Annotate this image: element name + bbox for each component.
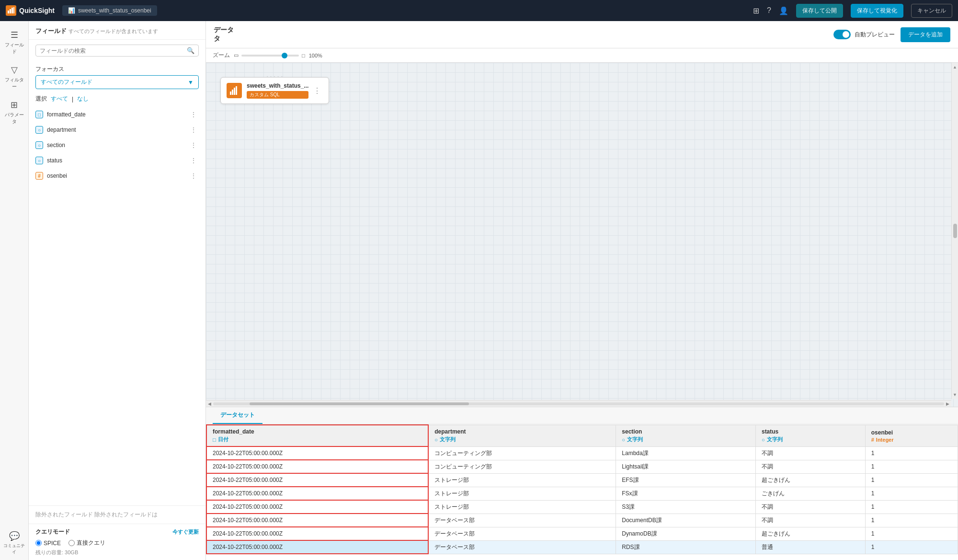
table-row: 2024-10-22T05:00:00.000Zストレージ部FSx課ごきげん1 [206, 487, 958, 500]
community-nav-label: コミュニテイ [3, 543, 25, 555]
table-cell: 1 [865, 473, 958, 487]
table-cell: 2024-10-22T05:00:00.000Z [206, 540, 428, 554]
table-cell: コンピューティング部 [428, 446, 616, 460]
canvas-grid: · · · · · sweets_with_status_... カス [206, 63, 958, 407]
logo-icon [6, 5, 16, 16]
field-left: ○ section [35, 141, 65, 149]
dataset-more-icon[interactable]: ⋮ [313, 86, 321, 95]
help-icon[interactable]: ? [767, 6, 771, 15]
field-item[interactable]: # osenbei ⋮ [29, 168, 205, 183]
table-header-cell: section ○文字列 [616, 425, 756, 446]
field-type-icon: □ [35, 111, 43, 118]
table-row: 2024-10-22T05:00:00.000Zコンピューティング部Lights… [206, 460, 958, 473]
table-cell: 2024-10-22T05:00:00.000Z [206, 460, 428, 473]
field-more-icon[interactable]: ⋮ [188, 140, 199, 150]
excluded-label: 除外されたフィールド 除外されたフィールドは [35, 511, 199, 519]
field-name: osenbei [47, 172, 67, 179]
field-type-icon: ○ [35, 157, 43, 164]
app-logo: QuickSight [6, 5, 55, 16]
dataset-info: sweets_with_status_... カスタム SQL [247, 82, 308, 99]
table-cell: 超ごきげん [755, 527, 865, 540]
zoom-bar[interactable]: ▭ □ [234, 52, 305, 58]
table-row: 2024-10-22T05:00:00.000Zデータベース部DynamoDB課… [206, 527, 958, 540]
scroll-right-arrow[interactable]: ▶ [946, 401, 949, 406]
community-nav[interactable]: 💬 コミュニテイ [0, 526, 28, 560]
field-more-icon[interactable]: ⋮ [188, 125, 199, 135]
table-cell: 2024-10-22T05:00:00.000Z [206, 514, 428, 527]
auto-preview-toggle[interactable] [833, 30, 851, 39]
table-cell: DocumentDB課 [616, 514, 756, 527]
v-scroll-thumb [953, 224, 957, 238]
field-list: □ formatted_date ⋮ ○ department ⋮ ○ sect… [29, 107, 205, 505]
auto-preview-label: 自動プレビュー [855, 31, 895, 39]
field-more-icon[interactable]: ⋮ [188, 110, 199, 119]
params-nav[interactable]: ⊞ パラメータ [0, 95, 28, 130]
table-cell: データベース部 [428, 514, 616, 527]
table-row: 2024-10-22T05:00:00.000Zデータベース部RDS課普通1 [206, 540, 958, 554]
focus-dropdown[interactable]: すべてのフィールド ▼ [35, 75, 199, 89]
field-more-icon[interactable]: ⋮ [188, 156, 199, 165]
scroll-down-arrow[interactable]: ▼ [951, 390, 958, 399]
spice-radio[interactable]: SPICE [35, 539, 61, 547]
select-section: 選択 すべて | なし [29, 93, 205, 107]
filter-icon: ▽ [11, 65, 18, 75]
save-publish-button[interactable]: 保存して公開 [796, 4, 843, 18]
select-none-link[interactable]: なし [77, 95, 89, 103]
icon-bar: ☰ フィールド ▽ フィルター ⊞ パラメータ 💬 コミュニテイ [0, 21, 29, 560]
query-mode-section: クエリモード 今すぐ更新 SPICE 直接クエリ 残りの容量: 30GB [29, 524, 205, 560]
search-input[interactable] [40, 47, 184, 54]
add-data-button[interactable]: データを追加 [901, 27, 950, 42]
table-cell: Lambda課 [616, 446, 756, 460]
user-icon[interactable]: 👤 [779, 6, 788, 15]
tab-title: sweets_with_status_osenbei [78, 7, 151, 14]
main-layout: ☰ フィールド ▽ フィルター ⊞ パラメータ 💬 コミュニテイ フィールド す… [0, 21, 958, 560]
direct-query-radio[interactable]: 直接クエリ [68, 539, 105, 547]
search-box[interactable]: 🔍 [35, 45, 199, 57]
table-cell: Lightsail課 [616, 460, 756, 473]
table-cell: 2024-10-22T05:00:00.000Z [206, 487, 428, 500]
params-nav-label: パラメータ [3, 112, 25, 125]
filter-nav[interactable]: ▽ フィルター [0, 60, 28, 95]
data-header: データタ 自動プレビュー データを追加 [206, 21, 958, 48]
dataset-node[interactable]: · · · · · sweets_with_status_... カス [220, 77, 329, 104]
cancel-button[interactable]: キャンセル [911, 4, 952, 18]
select-label: 選択 [35, 95, 47, 103]
zoom-in-icon: □ [302, 53, 305, 58]
dataset-tab[interactable]: データセット [213, 407, 262, 424]
document-tab[interactable]: 📊 sweets_with_status_osenbei [62, 5, 157, 16]
chevron-down-icon: ▼ [188, 79, 194, 86]
field-more-icon[interactable]: ⋮ [188, 171, 199, 181]
save-visualize-button[interactable]: 保存して視覚化 [851, 4, 903, 18]
field-item[interactable]: ○ department ⋮ [29, 122, 205, 137]
direct-query-label: 直接クエリ [77, 539, 105, 547]
svg-rect-7 [236, 86, 237, 95]
svg-rect-1 [10, 9, 11, 13]
bottom-panel: データセット formatted_date □日付 department ○文字… [206, 407, 958, 560]
table-cell: EFS課 [616, 473, 756, 487]
community-icon: 💬 [9, 531, 20, 541]
grid-icon[interactable]: ⊞ [753, 6, 759, 15]
table-cell: 不調 [755, 514, 865, 527]
zoom-slider[interactable] [241, 55, 299, 57]
custom-sql-badge: カスタム SQL [247, 91, 308, 99]
scroll-up-arrow[interactable]: ▲ [951, 63, 958, 71]
h-scrollbar[interactable]: ◀ ▶ [206, 400, 951, 407]
search-icon: 🔍 [187, 47, 194, 54]
spice-label: SPICE [44, 540, 61, 547]
field-left: ○ status [35, 157, 62, 164]
zoom-out-icon: ▭ [234, 52, 239, 58]
field-item[interactable]: □ formatted_date ⋮ [29, 107, 205, 122]
scroll-left-arrow[interactable]: ◀ [208, 401, 211, 406]
select-all-link[interactable]: すべて [51, 95, 68, 103]
update-now-link[interactable]: 今すぐ更新 [172, 528, 199, 536]
field-name: status [47, 157, 62, 164]
fields-nav[interactable]: ☰ フィールド [0, 25, 28, 60]
fields-subtitle: すべてのフィールドが含まれています [68, 28, 158, 35]
field-item[interactable]: ○ section ⋮ [29, 137, 205, 153]
table-cell: 2024-10-22T05:00:00.000Z [206, 500, 428, 514]
table-cell: 1 [865, 514, 958, 527]
field-item[interactable]: ○ status ⋮ [29, 153, 205, 168]
table-header-row: formatted_date □日付 department ○文字列 secti… [206, 425, 958, 446]
table-cell: ごきげん [755, 487, 865, 500]
v-scrollbar[interactable]: ▲ ▼ [951, 63, 958, 399]
